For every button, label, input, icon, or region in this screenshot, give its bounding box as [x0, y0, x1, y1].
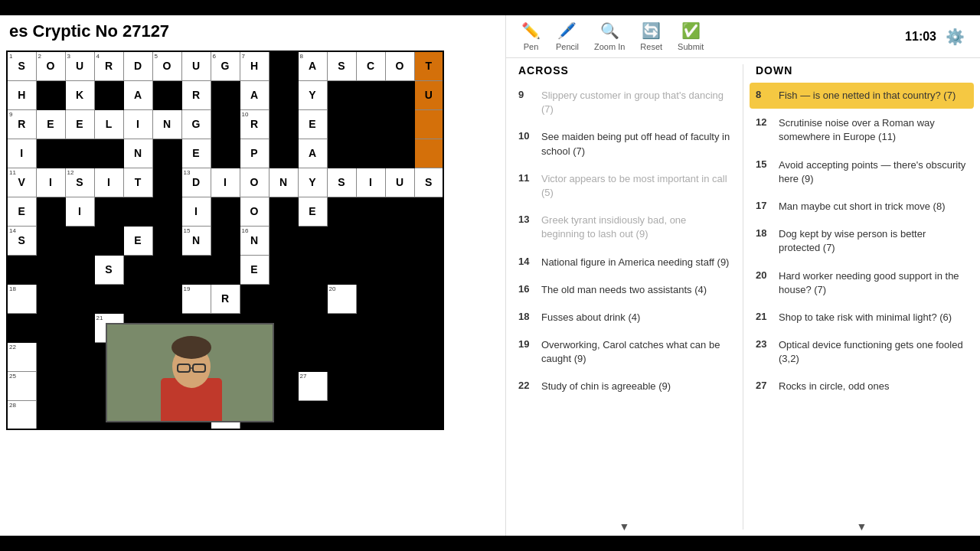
cell-7-1[interactable]: 14S [7, 226, 36, 255]
cell-4-7[interactable]: E [181, 139, 211, 168]
cell-1-12[interactable]: S [327, 51, 356, 80]
cell-2-7[interactable]: R [181, 80, 211, 109]
cell-8-4[interactable]: S [94, 255, 123, 284]
cell-6-11[interactable]: E [298, 197, 327, 226]
cell-3-6[interactable]: N [152, 109, 181, 139]
clue-down-15[interactable]: 15 Avoid accepting points — there's obsc… [750, 152, 974, 192]
cell-9-7[interactable]: 19 [181, 284, 211, 313]
cell-7-9[interactable]: 16N [240, 226, 269, 255]
cell-5-10[interactable]: N [269, 168, 298, 197]
cell-5-13[interactable]: I [356, 168, 385, 197]
across-scroll-down[interactable]: ▼ [506, 517, 743, 536]
cell-5-5[interactable]: T [123, 168, 152, 197]
cell-2-11[interactable]: Y [298, 80, 327, 109]
cell-1-15[interactable]: T [414, 51, 443, 80]
cell-2-3[interactable]: K [65, 80, 94, 109]
cell-3-7[interactable]: G [181, 109, 211, 139]
submit-button[interactable]: ✅ Submit [678, 21, 704, 51]
clue-across-19[interactable]: 19 Overworking, Carol catches what can b… [512, 332, 737, 372]
cell-3-3[interactable]: E [65, 109, 94, 139]
clue-across-13[interactable]: 13 Greek tyrant insidiously bad, one beg… [512, 207, 737, 247]
cell-7-5[interactable]: E [123, 226, 152, 255]
pencil-button[interactable]: 🖊️ Pencil [556, 21, 579, 51]
cell-12-1[interactable]: 25 [7, 371, 36, 400]
cell-1-13[interactable]: C [356, 51, 385, 80]
clue-down-17[interactable]: 17 Man maybe cut short in trick move (8) [750, 194, 974, 220]
cell-1-3[interactable]: 3U [65, 51, 94, 80]
cell-6-3[interactable]: I [65, 197, 94, 226]
clue-across-9[interactable]: 9 Slippery customer in group that's danc… [512, 83, 737, 122]
cell-7-7[interactable]: 15N [181, 226, 211, 255]
cell-4-1[interactable]: I [7, 139, 36, 168]
down-clues-list[interactable]: 8 Fish — is one netted in that country? … [743, 83, 980, 517]
cell-9-8[interactable]: R [211, 284, 240, 313]
cell-9-12[interactable]: 20 [327, 284, 356, 313]
clue-across-16[interactable]: 16 The old man needs two assistants (4) [512, 277, 737, 303]
cell-5-14[interactable]: U [385, 168, 414, 197]
cell-3-11[interactable]: E [298, 109, 327, 139]
cell-2-15[interactable]: U [414, 80, 443, 109]
cell-1-2[interactable]: 2O [36, 51, 65, 80]
cell-1-8[interactable]: 6G [211, 51, 240, 80]
pen-button[interactable]: ✏️ Pen [521, 21, 541, 51]
cell-5-2[interactable]: I [36, 168, 65, 197]
cell-12-11[interactable]: 27 [298, 371, 327, 400]
cell-3-4[interactable]: L [94, 109, 123, 139]
cell-3-5[interactable]: I [123, 109, 152, 139]
cell-3-9[interactable]: 10R [240, 109, 269, 139]
cell-8-9[interactable]: E [240, 255, 269, 284]
cell-1-1[interactable]: 1S [7, 51, 36, 80]
settings-icon[interactable]: ⚙️ [946, 28, 965, 46]
cell-1-5[interactable]: D [123, 51, 152, 80]
clue-text-20: Hard worker needing good support in the … [779, 269, 968, 297]
cell-2-5[interactable]: A [123, 80, 152, 109]
reset-button[interactable]: 🔄 Reset [640, 21, 662, 51]
cell-6-1[interactable]: E [7, 197, 36, 226]
clue-across-22[interactable]: 22 Study of chin is agreeable (9) [512, 373, 737, 399]
cell-11-1[interactable]: 22 [7, 342, 36, 371]
cell-4-15[interactable] [414, 139, 443, 168]
cell-1-14[interactable]: O [385, 51, 414, 80]
clue-down-23[interactable]: 23 Optical device functioning gets one f… [750, 332, 974, 372]
cell-1-4[interactable]: 4R [94, 51, 123, 80]
cell-1-7[interactable]: U [181, 51, 211, 80]
clue-down-20[interactable]: 20 Hard worker needing good support in t… [750, 263, 974, 303]
cell-4-14 [385, 139, 414, 168]
cell-1-11[interactable]: 8A [298, 51, 327, 80]
cell-5-3[interactable]: 12S [65, 168, 94, 197]
clue-across-18[interactable]: 18 Fusses about drink (4) [512, 305, 737, 331]
cell-5-4[interactable]: I [94, 168, 123, 197]
cell-4-5[interactable]: N [123, 139, 152, 168]
clue-down-12[interactable]: 12 Scrutinise noise over a Roman way som… [750, 110, 974, 150]
cell-2-9[interactable]: A [240, 80, 269, 109]
cell-1-9[interactable]: 7H [240, 51, 269, 80]
zoom-button[interactable]: 🔍 Zoom In [594, 21, 625, 51]
cell-6-7[interactable]: I [181, 197, 211, 226]
clue-across-11[interactable]: 11 Victor appears to be most important i… [512, 166, 737, 206]
cell-2-1[interactable]: H [7, 80, 36, 109]
cell-1-6[interactable]: 5O [152, 51, 181, 80]
cell-3-15[interactable] [414, 109, 443, 139]
clue-across-10[interactable]: 10 See maiden being put off head of facu… [512, 124, 737, 164]
cell-5-8[interactable]: I [211, 168, 240, 197]
clue-down-21[interactable]: 21 Shop to take risk with minimal light?… [750, 305, 974, 331]
cell-13-1[interactable]: 28 [7, 400, 36, 429]
clue-down-27[interactable]: 27 Rocks in circle, odd ones [750, 373, 974, 399]
cell-5-7[interactable]: 13D [181, 168, 211, 197]
cell-3-1[interactable]: 9R [7, 109, 36, 139]
cell-4-11[interactable]: A [298, 139, 327, 168]
cell-5-12[interactable]: S [327, 168, 356, 197]
clue-across-14[interactable]: 14 National figure in America needing st… [512, 249, 737, 276]
cell-9-1[interactable]: 18 [7, 284, 36, 313]
cell-3-2[interactable]: E [36, 109, 65, 139]
cell-6-9[interactable]: O [240, 197, 269, 226]
down-scroll-down[interactable]: ▼ [743, 517, 980, 536]
cell-5-1[interactable]: 11V [7, 168, 36, 197]
clue-down-8[interactable]: 8 Fish — is one netted in that country? … [750, 83, 974, 109]
cell-5-9[interactable]: O [240, 168, 269, 197]
clue-down-18[interactable]: 18 Dog kept by wise person is better pro… [750, 221, 974, 261]
across-clues-list[interactable]: 9 Slippery customer in group that's danc… [506, 83, 743, 517]
cell-4-9[interactable]: P [240, 139, 269, 168]
cell-5-11[interactable]: Y [298, 168, 327, 197]
cell-5-15[interactable]: S [414, 168, 443, 197]
